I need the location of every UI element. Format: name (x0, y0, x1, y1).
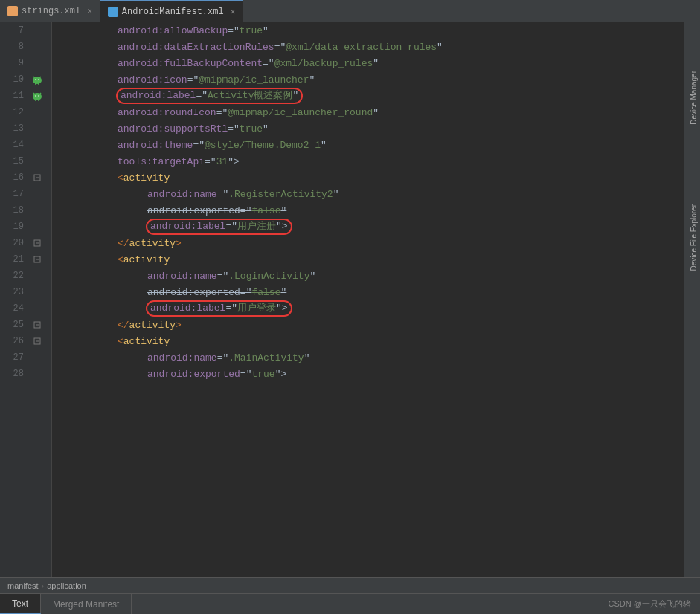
gutter-row-22: 22 (0, 268, 51, 284)
code-line-11: android:label="Activity概述案例" (58, 88, 684, 104)
code-line-12: android:roundIcon="@mipmap/ic_launcher_r… (58, 104, 684, 120)
code-line-27: android:name=".MainActivity" (58, 349, 684, 366)
svg-point-13 (38, 95, 39, 97)
svg-point-4 (35, 79, 36, 80)
breadcrumb-manifest: manifest (7, 581, 39, 590)
tab-manifest-close[interactable]: ✕ (231, 7, 236, 16)
status-bar: manifest › application (0, 577, 700, 593)
code-line-15: tools:targetApi="31"> (58, 153, 684, 169)
svg-rect-15 (38, 99, 39, 101)
code-line-28: android:exported="true"> (58, 366, 684, 382)
highlight-label-11: android:label="Activity概述案例" (116, 88, 303, 104)
code-line-14: android:theme="@style/Theme.Demo2_1" (58, 137, 684, 153)
highlight-label-19: android:label="用户注册"> (146, 219, 292, 235)
tab-manifest-label: AndroidManifest.xml (122, 7, 224, 17)
file-explorer-tab[interactable]: Device File Explorer (687, 201, 700, 274)
gutter-row-25: 25 (0, 317, 51, 333)
gutter-row-20: 20 (0, 235, 51, 251)
gutter-row-8: 8 (0, 39, 51, 55)
gutter-row-9: 9 (0, 55, 51, 71)
svg-rect-7 (38, 83, 39, 85)
side-panel-tabs: Device Manager Device File Explorer (684, 22, 700, 577)
tab-manifest[interactable]: AndroidManifest.xml ✕ (100, 0, 243, 22)
fold-icon-26[interactable] (33, 337, 41, 345)
code-line-10: android:icon="@mipmap/ic_launcher" (58, 71, 684, 88)
gutter-row-11: 11 (0, 88, 51, 104)
gutter-row-17: 17 (0, 186, 51, 202)
line-number-gutter: 7 8 9 10 (0, 22, 52, 577)
svg-rect-14 (35, 99, 36, 101)
code-line-19: android:label="用户注册"> (58, 219, 684, 235)
svg-rect-6 (35, 83, 36, 85)
gutter-row-16: 16 (0, 169, 51, 186)
tab-merged-manifest[interactable]: Merged Manifest (41, 594, 132, 614)
android-icon-10 (31, 74, 43, 85)
code-line-23: android:exported="false" (58, 284, 684, 300)
strings-xml-icon (7, 6, 18, 16)
tab-strings-close[interactable]: ✕ (87, 6, 92, 16)
fold-icon-16[interactable] (33, 174, 41, 181)
bottom-tab-group: Text Merged Manifest (0, 594, 132, 614)
tab-text[interactable]: Text (0, 594, 41, 614)
gutter-row-23: 23 (0, 284, 51, 300)
fold-icon-25[interactable] (33, 321, 41, 329)
code-line-18: android:exported="false" (58, 202, 684, 219)
gutter-row-18: 18 (0, 202, 51, 219)
gutter-row-10: 10 (0, 71, 51, 88)
gutter-row-28: 28 (0, 366, 51, 382)
fold-icon-21[interactable] (33, 256, 41, 263)
gutter-row-19: 19 (0, 219, 51, 235)
code-line-9: android:fullBackupContent="@xml/backup_r… (58, 55, 684, 71)
code-line-26: <activity (58, 333, 684, 349)
gutter-row-7: 7 (0, 22, 51, 39)
device-manager-tab[interactable]: Device Manager (687, 67, 700, 129)
code-line-22: android:name=".LoginActivity" (58, 268, 684, 284)
editor-container: 7 8 9 10 (0, 22, 700, 577)
manifest-icon (108, 7, 118, 17)
gutter-row-13: 13 (0, 120, 51, 137)
gutter-row-15: 15 (0, 153, 51, 169)
code-line-7: android:allowBackup="true" (58, 22, 684, 39)
breadcrumb: manifest › application (7, 581, 86, 590)
code-line-25: </activity> (58, 317, 684, 333)
svg-point-5 (38, 79, 39, 80)
code-line-20: </activity> (58, 235, 684, 251)
tab-strings-label: strings.xml (22, 6, 80, 16)
code-line-17: android:name=".RegisterActivity2" (58, 186, 684, 202)
tab-strings[interactable]: strings.xml ✕ (0, 0, 100, 22)
svg-point-12 (35, 95, 36, 97)
gutter-row-24: 24 (0, 300, 51, 317)
code-editor[interactable]: android:allowBackup="true" android:dataE… (52, 22, 684, 577)
gutter-row-27: 27 (0, 349, 51, 366)
gutter-row-26: 26 (0, 333, 51, 349)
tab-bar: strings.xml ✕ AndroidManifest.xml ✕ (0, 0, 700, 22)
gutter-row-12: 12 (0, 104, 51, 120)
android-icon-11 (31, 90, 43, 102)
breadcrumb-application: application (47, 581, 86, 590)
code-line-21: <activity (58, 251, 684, 268)
highlight-label-24: android:label="用户登录"> (146, 300, 292, 317)
code-line-13: android:supportsRtl="true" (58, 120, 684, 137)
watermark: CSDN @一只会飞的猪 (609, 598, 700, 610)
gutter-row-14: 14 (0, 137, 51, 153)
code-line-24: android:label="用户登录"> (58, 300, 684, 317)
gutter-row-21: 21 (0, 251, 51, 268)
bottom-bar: Text Merged Manifest CSDN @一只会飞的猪 (0, 593, 700, 614)
fold-icon-20[interactable] (33, 239, 41, 247)
code-line-16: <activity (58, 169, 684, 186)
code-line-8: android:dataExtractionRules="@xml/data_e… (58, 39, 684, 55)
